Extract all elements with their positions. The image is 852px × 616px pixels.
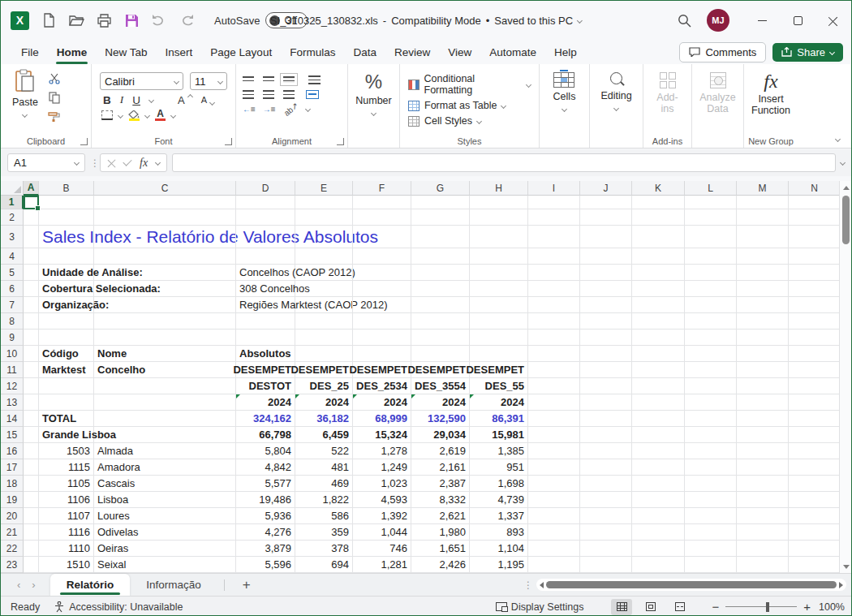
cell-K11[interactable] [632, 362, 685, 378]
cell-G14[interactable]: 132,590 [411, 411, 470, 427]
cell-A13[interactable] [24, 394, 39, 411]
scroll-right-icon[interactable] [839, 582, 843, 588]
cell-M4[interactable] [737, 248, 789, 265]
addins-button[interactable]: Add-ins [648, 69, 686, 118]
cell-F8[interactable] [353, 313, 411, 330]
cell-D17[interactable]: 4,842 [236, 459, 295, 476]
cell-I15[interactable] [528, 427, 580, 443]
cell-H15[interactable]: 15,981 [470, 427, 528, 443]
cell-N13[interactable] [789, 394, 841, 411]
cell-E6[interactable] [295, 281, 353, 297]
cell-F16[interactable]: 1,278 [353, 443, 411, 459]
cell-F14[interactable]: 68,999 [353, 411, 411, 427]
cell-F23[interactable]: 1,281 [353, 557, 411, 573]
cell-F22[interactable]: 746 [353, 541, 411, 557]
page-break-view-button[interactable] [669, 599, 691, 615]
cell-styles-button[interactable]: Cell Styles [408, 115, 531, 127]
cell-C18[interactable]: Cascais [94, 476, 236, 492]
cell-C9[interactable] [94, 330, 236, 346]
cell-C8[interactable] [94, 313, 236, 330]
row-header-5[interactable]: 5 [1, 265, 24, 281]
cell-B14[interactable]: TOTAL [39, 411, 94, 427]
cell-I10[interactable] [528, 346, 580, 362]
cell-J8[interactable] [580, 313, 632, 330]
paste-button[interactable]: Paste [6, 69, 45, 120]
cell-B5[interactable]: Unidade de Análise: [39, 265, 94, 281]
cell-L5[interactable] [685, 265, 737, 281]
cell-B22[interactable]: 1110 [39, 541, 94, 557]
cell-B20[interactable]: 1107 [39, 508, 94, 524]
cell-E1[interactable] [295, 196, 353, 209]
cell-K9[interactable] [632, 330, 685, 346]
redo-icon[interactable] [179, 12, 195, 28]
cell-J3[interactable] [580, 226, 632, 248]
cell-C1[interactable] [94, 196, 236, 209]
cell-L13[interactable] [685, 394, 737, 411]
cell-E21[interactable]: 359 [295, 524, 353, 541]
cell-H20[interactable]: 1,337 [470, 508, 528, 524]
cell-C22[interactable]: Oeiras [94, 541, 236, 557]
cell-M6[interactable] [737, 281, 789, 297]
cell-L18[interactable] [685, 476, 737, 492]
row-header-11[interactable]: 11 [1, 362, 24, 378]
cell-K16[interactable] [632, 443, 685, 459]
cell-L19[interactable] [685, 492, 737, 508]
column-header-N[interactable]: N [789, 181, 841, 196]
cell-J22[interactable] [580, 541, 632, 557]
cell-F20[interactable]: 1,392 [353, 508, 411, 524]
scroll-up-icon[interactable] [840, 181, 852, 194]
cells-button[interactable]: Cells [547, 69, 583, 114]
cell-G1[interactable] [411, 196, 470, 209]
cell-M5[interactable] [737, 265, 789, 281]
cell-M10[interactable] [737, 346, 789, 362]
cell-B11[interactable]: Marktest [39, 362, 94, 378]
cell-E22[interactable]: 378 [295, 541, 353, 557]
normal-view-button[interactable] [611, 599, 632, 615]
maximize-button[interactable] [780, 1, 815, 40]
cell-C10[interactable]: Nome [94, 346, 236, 362]
cell-K19[interactable] [632, 492, 685, 508]
align-bottom-icon[interactable] [283, 76, 295, 83]
cell-M17[interactable] [737, 459, 789, 476]
scroll-down-icon[interactable] [840, 560, 852, 573]
cell-L9[interactable] [685, 330, 737, 346]
tab-automate[interactable]: Automate [480, 42, 545, 62]
cell-D10[interactable]: Absolutos [236, 346, 295, 362]
font-name-select[interactable]: Calibri [100, 72, 183, 90]
tab-view[interactable]: View [439, 42, 480, 62]
cell-I13[interactable] [528, 394, 580, 411]
search-icon[interactable] [676, 12, 692, 28]
cell-B15[interactable]: Grande Lisboa [39, 427, 94, 443]
cell-N10[interactable] [789, 346, 841, 362]
cell-J9[interactable] [580, 330, 632, 346]
prev-sheet-icon[interactable]: ‹ [17, 579, 20, 591]
cell-E8[interactable] [295, 313, 353, 330]
horizontal-scroll-thumb[interactable] [546, 581, 837, 588]
cell-H10[interactable] [470, 346, 528, 362]
column-header-D[interactable]: D [236, 181, 295, 196]
copy-icon[interactable] [46, 91, 62, 104]
column-header-G[interactable]: G [411, 181, 470, 196]
excel-logo-icon[interactable]: X [11, 11, 29, 30]
cell-F5[interactable] [353, 265, 411, 281]
cell-H4[interactable] [470, 248, 528, 265]
cell-E9[interactable] [295, 330, 353, 346]
cell-F6[interactable] [353, 281, 411, 297]
cell-E20[interactable]: 586 [295, 508, 353, 524]
cell-J7[interactable] [580, 297, 632, 313]
tab-review[interactable]: Review [385, 42, 439, 62]
cell-I12[interactable] [528, 378, 580, 394]
bold-button[interactable]: B [103, 94, 111, 106]
cell-J19[interactable] [580, 492, 632, 508]
cell-N4[interactable] [789, 248, 841, 265]
cell-F4[interactable] [353, 248, 411, 265]
cell-M8[interactable] [737, 313, 789, 330]
row-header-15[interactable]: 15 [1, 427, 24, 443]
cell-K6[interactable] [632, 281, 685, 297]
cell-F15[interactable]: 15,324 [353, 427, 411, 443]
cell-J23[interactable] [580, 557, 632, 573]
cell-H2[interactable] [470, 209, 528, 226]
cell-N22[interactable] [789, 541, 841, 557]
cell-D18[interactable]: 5,577 [236, 476, 295, 492]
cell-F1[interactable] [353, 196, 411, 209]
